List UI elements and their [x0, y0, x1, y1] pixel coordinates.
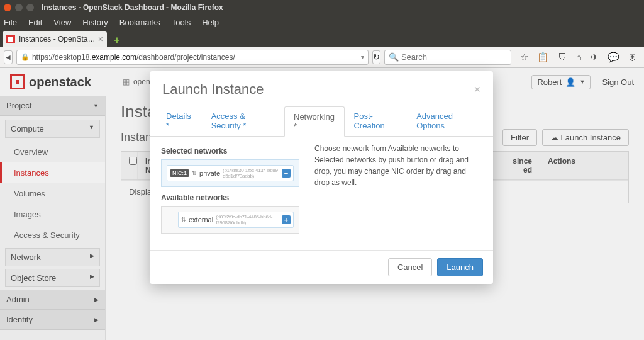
modal-title: Launch Instance: [162, 81, 264, 98]
drag-handle-icon[interactable]: ⇅: [181, 218, 186, 222]
tab-access-security[interactable]: Access & Security *: [203, 106, 284, 136]
browser-tab[interactable]: Instances - OpenSta… ×: [3, 31, 107, 47]
network-name: external: [189, 216, 213, 224]
available-networks-label: Available networks: [161, 193, 299, 202]
cancel-button[interactable]: Cancel: [388, 258, 432, 276]
search-icon: 🔍: [389, 52, 399, 62]
pocket-icon[interactable]: ⛉: [558, 52, 567, 63]
browser-tab-title: Instances - OpenSta…: [19, 35, 95, 43]
tab-advanced-options[interactable]: Advanced Options: [408, 106, 486, 136]
window-maximize-button[interactable]: [26, 4, 34, 11]
tab-networking[interactable]: Networking *: [284, 106, 345, 137]
remove-network-button[interactable]: −: [282, 169, 291, 178]
drag-handle-icon[interactable]: ⇅: [192, 171, 197, 176]
shield-icon[interactable]: ⛨: [628, 52, 638, 63]
window-titlebar: Instances - OpenStack Dashboard - Mozill…: [0, 0, 644, 15]
tab-details[interactable]: Details *: [157, 106, 203, 136]
menu-tools[interactable]: Tools: [172, 18, 191, 27]
star-icon[interactable]: ☆: [520, 52, 528, 63]
chat-icon[interactable]: 💬: [608, 52, 619, 63]
tab-post-creation[interactable]: Post-Creation: [345, 106, 408, 136]
menu-help[interactable]: Help: [202, 18, 219, 27]
close-tab-icon[interactable]: ×: [98, 34, 103, 44]
browser-search-bar[interactable]: 🔍: [384, 50, 511, 65]
window-close-button[interactable]: [4, 4, 11, 11]
nic-badge: NIC:1: [170, 169, 189, 177]
modal-tabs: Details * Access & Security * Networking…: [150, 106, 493, 137]
network-name: private: [199, 169, 220, 177]
network-item-private[interactable]: NIC:1 ⇅ private (b14dfa30-1f5c-4134-bb89…: [167, 165, 294, 181]
browser-search-input[interactable]: [401, 52, 507, 62]
clipboard-icon[interactable]: 📋: [537, 52, 549, 63]
menu-file[interactable]: File: [4, 18, 17, 27]
reload-button[interactable]: ↻: [372, 50, 380, 64]
selected-networks-label: Selected networks: [161, 147, 299, 156]
menu-history[interactable]: History: [82, 18, 108, 27]
home-icon[interactable]: ⌂: [576, 52, 582, 63]
page-content: openstack opensource▾ Robert 👤 ▼ Sign Ou…: [0, 68, 644, 340]
dropdown-icon[interactable]: ▾: [361, 54, 364, 60]
send-icon[interactable]: ✈: [591, 52, 599, 63]
url-text: https://desktop18.example.com/dashboard/…: [32, 53, 235, 62]
network-item-external[interactable]: ⇅ external (d09f2f9c-db71-4485-bb6d-f296…: [178, 212, 294, 228]
selected-networks-box[interactable]: NIC:1 ⇅ private (b14dfa30-1f5c-4134-bb89…: [161, 159, 299, 187]
window-title: Instances - OpenStack Dashboard - Mozill…: [42, 3, 223, 12]
window-minimize-button[interactable]: [15, 4, 23, 11]
lock-icon: 🔒: [21, 53, 30, 61]
menubar: File Edit View History Bookmarks Tools H…: [0, 15, 644, 29]
network-id: (b14dfa30-1f5c-4134-bb89-e5d1df78adab): [223, 167, 279, 179]
browser-navbar: ◄ 🔒 https://desktop18.example.com/dashbo…: [0, 47, 644, 68]
launch-instance-modal: Launch Instance × Details * Access & Sec…: [150, 71, 493, 284]
back-button[interactable]: ◄: [4, 50, 13, 64]
menu-edit[interactable]: Edit: [28, 18, 42, 27]
menu-view[interactable]: View: [53, 18, 71, 27]
menu-bookmarks[interactable]: Bookmarks: [119, 18, 160, 27]
networking-help-text: Choose network from Available networks t…: [314, 143, 482, 240]
toolbar-icons: ☆ 📋 ⛉ ⌂ ✈ 💬 ⛨ ☰: [515, 52, 644, 63]
network-id: (d09f2f9c-db71-4485-bb6d-f29687f6dbdb): [216, 214, 279, 225]
modal-close-icon[interactable]: ×: [474, 83, 480, 96]
available-networks-box[interactable]: ⇅ external (d09f2f9c-db71-4485-bb6d-f296…: [161, 206, 299, 234]
add-network-button[interactable]: +: [282, 215, 291, 224]
favicon-icon: [6, 35, 15, 43]
url-bar[interactable]: 🔒 https://desktop18.example.com/dashboar…: [16, 50, 369, 65]
browser-tabstrip: Instances - OpenSta… × +: [0, 29, 644, 47]
launch-button[interactable]: Launch: [437, 258, 483, 276]
new-tab-button[interactable]: +: [109, 34, 125, 47]
